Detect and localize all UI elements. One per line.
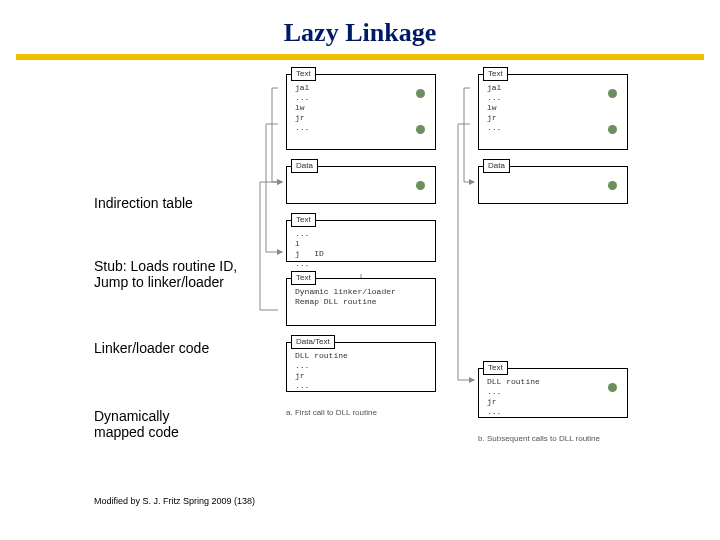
box-header: Text (291, 67, 316, 81)
box-header: Text (483, 361, 508, 375)
label-linker: Linker/loader code (94, 340, 209, 356)
dot-icon (416, 89, 425, 98)
box-body: DLL routine ... jr ... (479, 369, 627, 421)
title-underline (16, 54, 704, 60)
dot-icon (608, 181, 617, 190)
box-b-text: Text jal ... lw jr ... (478, 74, 628, 150)
label-indirection: Indirection table (94, 195, 193, 211)
box-header: Text (291, 213, 316, 227)
box-body: ... l j ID ... (287, 221, 435, 273)
box-body: jal ... lw jr ... (479, 75, 627, 137)
box-header: Data/Text (291, 335, 335, 349)
box-header: Data (483, 159, 510, 173)
column-a: Text jal ... lw jr ... Data Text ... l j… (286, 74, 436, 443)
dot-icon (608, 383, 617, 392)
page-title: Lazy Linkage (0, 0, 720, 54)
box-a-stub: Text ... l j ID ... (286, 220, 436, 262)
box-a-text: Text jal ... lw jr ... (286, 74, 436, 150)
box-b-dll: Text DLL routine ... jr ... (478, 368, 628, 418)
box-b-data: Data (478, 166, 628, 204)
column-b: Text jal ... lw jr ... Data Text DLL rou… (478, 74, 628, 443)
box-header: Data (291, 159, 318, 173)
diagram-columns: Text jal ... lw jr ... Data Text ... l j… (286, 74, 628, 443)
dot-icon (608, 125, 617, 134)
dot-icon (416, 125, 425, 134)
box-header: Text (483, 67, 508, 81)
label-dynmap: Dynamically mapped code (94, 408, 179, 440)
dot-icon (416, 181, 425, 190)
label-stub: Stub: Loads routine ID, Jump to linker/l… (94, 258, 237, 290)
box-body: jal ... lw jr ... (287, 75, 435, 137)
box-a-dll: Data/Text DLL routine ... jr ... (286, 342, 436, 392)
footer-credit: Modified by S. J. Fritz Spring 2009 (138… (94, 496, 255, 506)
box-a-data: Data (286, 166, 436, 204)
box-header: Text (291, 271, 316, 285)
box-a-loader: Text Dynamic linker/loader Remap DLL rou… (286, 278, 436, 326)
dot-icon (608, 89, 617, 98)
box-body: DLL routine ... jr ... (287, 343, 435, 395)
